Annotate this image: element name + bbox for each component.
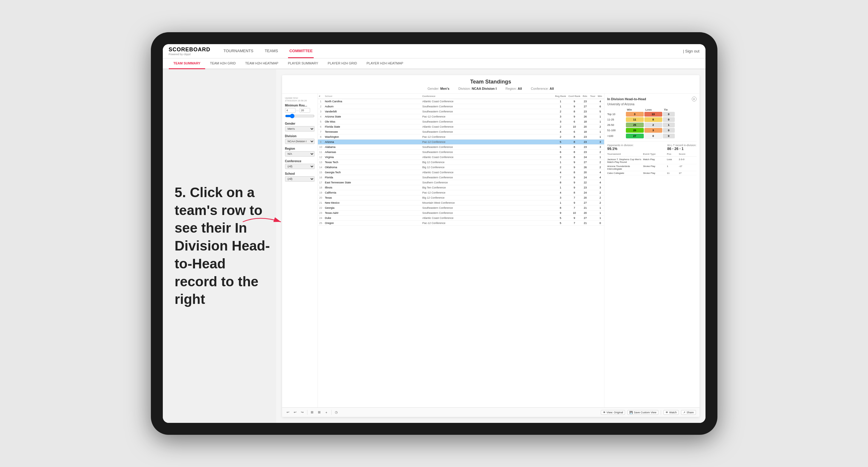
- table-row[interactable]: 4 Arizona State Pac-12 Conference 3 9 26…: [318, 114, 604, 119]
- tournament-row-2[interactable]: Arizona Thunderbirds Intercollegiate Str…: [608, 164, 696, 171]
- table-row[interactable]: 2 Auburn Southeastern Conference 1 9 27 …: [318, 104, 604, 109]
- cell-conf-rank: 8: [567, 155, 582, 160]
- cell-conference: Southeastern Conference: [421, 145, 554, 150]
- redo-icon[interactable]: ↩: [293, 410, 298, 415]
- table-row[interactable]: 20 Texas Big 12 Conference 3 7 20 2: [318, 195, 604, 200]
- division-select[interactable]: NCAA Division I: [285, 139, 315, 144]
- cell-win: 2: [597, 124, 604, 129]
- region-select[interactable]: N/A: [285, 151, 315, 157]
- nav-committee[interactable]: COMMITTEE: [288, 44, 314, 58]
- t1-score: 2-3-0: [679, 158, 694, 163]
- table-row[interactable]: 19 California Pac-12 Conference 4 8 24 2: [318, 190, 604, 195]
- add-icon[interactable]: +: [324, 410, 329, 415]
- table-row[interactable]: 22 Georgia Southeastern Conference 8 7 2…: [318, 206, 604, 211]
- h2h-row-51100: 51-100 20 3 0: [608, 128, 696, 133]
- table-row[interactable]: 16 Florida Southeastern Conference 7 9 2…: [318, 175, 604, 180]
- grid-icon[interactable]: ⊞: [310, 410, 315, 415]
- tournament-row-1[interactable]: Jackson T. Stephens Cup Men's Match-Play…: [608, 157, 696, 164]
- h2h-close-button[interactable]: ×: [692, 97, 696, 101]
- table-row[interactable]: 7 Tennessee Southeastern Conference 4 6 …: [318, 129, 604, 134]
- cell-conference: Southeastern Conference: [421, 150, 554, 155]
- cell-conf-rank: 9: [567, 185, 582, 190]
- table-panel[interactable]: # School Conference Reg Rank Conf Rank R…: [318, 94, 604, 407]
- table-row[interactable]: 21 New Mexico Mountain West Conference 1…: [318, 200, 604, 206]
- subnav-player-h2h-grid[interactable]: PLAYER H2H GRID: [323, 58, 362, 69]
- conference-select[interactable]: (All): [285, 164, 315, 169]
- cell-reg-rank: 5: [554, 221, 567, 226]
- table-row[interactable]: 11 Arkansas Southeastern Conference 6 8 …: [318, 150, 604, 155]
- cell-reg-rank: 9: [554, 211, 567, 216]
- gender-select[interactable]: Men's Women's: [285, 126, 315, 131]
- cell-reg-rank: 2: [554, 165, 567, 170]
- watch-button[interactable]: 👁 Watch: [663, 410, 679, 415]
- cell-school: Oklahoma: [324, 165, 421, 170]
- cell-win: 5: [597, 109, 604, 114]
- table-row[interactable]: 6 Florida State Atlantic Coast Conferenc…: [318, 124, 604, 129]
- cell-conference: Pac-12 Conference: [421, 114, 554, 119]
- cell-rds: 27: [582, 216, 589, 221]
- share-icon: ↗: [683, 411, 685, 414]
- table-row[interactable]: 24 Duke Atlantic Coast Conference 5 9 27…: [318, 216, 604, 221]
- cell-tour: [589, 124, 596, 129]
- sign-out-link[interactable]: | Sign out: [683, 49, 700, 53]
- toolbar-sep2: [331, 410, 332, 415]
- h2h-range-2650: 26-50: [608, 123, 625, 126]
- cell-school: Duke: [324, 216, 421, 221]
- max-rounds-input[interactable]: [300, 108, 310, 113]
- table-row[interactable]: 5 Ole Miss Southeastern Conference 3 6 1…: [318, 119, 604, 124]
- cell-reg-rank: 5: [554, 145, 567, 150]
- table-row[interactable]: 17 East Tennessee State Southern Confere…: [318, 180, 604, 185]
- subnav-team-h2h-heatmap[interactable]: TEAM H2H HEATMAP: [240, 58, 283, 69]
- table-row[interactable]: 3 Vanderbilt Southeastern Conference 2 8…: [318, 109, 604, 114]
- cell-rds: 21: [582, 221, 589, 226]
- subnav-team-summary[interactable]: TEAM SUMMARY: [169, 58, 206, 69]
- division-filter: Division: NCAA Division I: [458, 87, 496, 90]
- view-original-button[interactable]: 👁 View: Original: [601, 410, 625, 415]
- undo-icon[interactable]: ↩: [286, 410, 290, 415]
- cell-conference: Atlantic Coast Conference: [421, 99, 554, 104]
- subnav-player-h2h-heatmap[interactable]: PLAYER H2H HEATMAP: [362, 58, 408, 69]
- cell-tour: [589, 104, 596, 109]
- table-row[interactable]: 9 Arizona Pac-12 Conference 5 8 23 3: [318, 139, 604, 145]
- table-header-row: # School Conference Reg Rank Conf Rank R…: [318, 94, 604, 99]
- h2h-tie-gt100: 0: [663, 134, 675, 138]
- tournament-row-3[interactable]: Cabo Collegiate Stroke Play 11 17: [608, 171, 696, 175]
- forward-icon[interactable]: ↪: [300, 410, 305, 415]
- cell-tour: [589, 150, 596, 155]
- school-select[interactable]: (All): [285, 176, 315, 182]
- t3-name: Cabo Collegiate: [608, 172, 643, 175]
- cell-conf-rank: 8: [567, 139, 582, 145]
- subnav-player-summary[interactable]: PLAYER SUMMARY: [283, 58, 323, 69]
- share-button[interactable]: ↗ Share: [681, 410, 696, 415]
- cell-conference: Atlantic Coast Conference: [421, 170, 554, 175]
- clock-icon[interactable]: ◷: [334, 410, 339, 415]
- table-row[interactable]: 8 Washington Pac-12 Conference 2 8 23 1: [318, 134, 604, 139]
- table-row[interactable]: 23 Texas A&M Southeastern Conference 9 1…: [318, 211, 604, 216]
- cell-win: 2: [597, 150, 604, 155]
- table-row[interactable]: 25 Oregon Pac-12 Conference 5 7 21 0: [318, 221, 604, 226]
- table-row[interactable]: 18 Illinois Big Ten Conference 1 9 23 3: [318, 185, 604, 190]
- table-row[interactable]: 12 Virginia Atlantic Coast Conference 3 …: [318, 155, 604, 160]
- table-row[interactable]: 15 Georgia Tech Atlantic Coast Conferenc…: [318, 170, 604, 175]
- rounds-range[interactable]: —: [285, 108, 315, 113]
- nav-tournaments[interactable]: TOURNAMENTS: [222, 44, 255, 58]
- grid2-icon[interactable]: ⊞: [317, 410, 322, 415]
- table-row[interactable]: 13 Texas Tech Big 12 Conference 1 9 27 2: [318, 160, 604, 165]
- table-row[interactable]: 10 Alabama Southeastern Conference 5 8 2…: [318, 145, 604, 150]
- table-row[interactable]: 14 Oklahoma Big 12 Conference 2 9 26 2: [318, 165, 604, 170]
- nav-teams[interactable]: TEAMS: [264, 44, 279, 58]
- table-row[interactable]: 1 North Carolina Atlantic Coast Conferen…: [318, 99, 604, 104]
- watch-icon: 👁: [665, 411, 668, 414]
- cell-conference: Atlantic Coast Conference: [421, 155, 554, 160]
- cell-rds: 27: [582, 104, 589, 109]
- cell-win: 2: [597, 165, 604, 170]
- save-custom-view-button[interactable]: 💾 Save Custom View: [627, 410, 658, 415]
- cell-reg-rank: 1: [554, 104, 567, 109]
- view-original-label: View: Original: [607, 411, 623, 414]
- cell-reg-rank: 3: [554, 114, 567, 119]
- min-rounds-input[interactable]: [285, 108, 296, 113]
- t1-pos: Loss: [667, 158, 679, 163]
- tournament-col-type: Event Type: [643, 153, 667, 155]
- subnav-team-h2h-grid[interactable]: TEAM H2H GRID: [205, 58, 240, 69]
- rounds-slider[interactable]: [285, 114, 315, 118]
